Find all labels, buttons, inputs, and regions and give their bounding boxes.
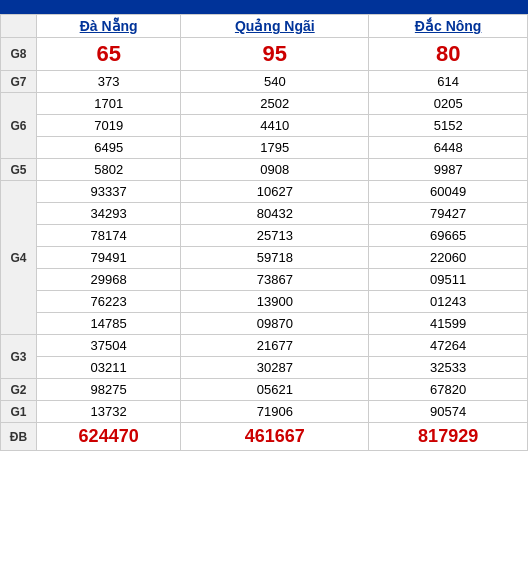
cell-value: 37504	[37, 335, 181, 357]
cell-value: 95	[181, 38, 369, 71]
cell-value: 71906	[181, 401, 369, 423]
cell-value: 7019	[37, 115, 181, 137]
table-row: ĐB624470461667817929	[1, 423, 528, 451]
cell-value: 41599	[369, 313, 528, 335]
cell-value: 90574	[369, 401, 528, 423]
table-row: 762231390001243	[1, 291, 528, 313]
cell-value: 6495	[37, 137, 181, 159]
table-row: G8659580	[1, 38, 528, 71]
cell-value: 09870	[181, 313, 369, 335]
table-row: 147850987041599	[1, 313, 528, 335]
cell-value: 09511	[369, 269, 528, 291]
table-row: G5580209089987	[1, 159, 528, 181]
cell-value: 34293	[37, 203, 181, 225]
cell-value: 80432	[181, 203, 369, 225]
cell-value: 373	[37, 71, 181, 93]
row-label: G6	[1, 93, 37, 159]
cell-value: 5802	[37, 159, 181, 181]
table-row: 794915971822060	[1, 247, 528, 269]
cell-value: 73867	[181, 269, 369, 291]
cell-value: 32533	[369, 357, 528, 379]
cell-value: 76223	[37, 291, 181, 313]
cell-value: 80	[369, 38, 528, 71]
cell-value: 0908	[181, 159, 369, 181]
lottery-table: Đà Nẵng Quảng Ngãi Đắc Nông G8659580G737…	[0, 14, 528, 451]
cell-value: 540	[181, 71, 369, 93]
table-row: 701944105152	[1, 115, 528, 137]
cell-value: 461667	[181, 423, 369, 451]
row-label: G5	[1, 159, 37, 181]
cell-value: 59718	[181, 247, 369, 269]
cell-value: 624470	[37, 423, 181, 451]
cell-value: 60049	[369, 181, 528, 203]
cell-value: 03211	[37, 357, 181, 379]
table-row: G1137327190690574	[1, 401, 528, 423]
cell-value: 78174	[37, 225, 181, 247]
table-row: 299687386709511	[1, 269, 528, 291]
cell-value: 13900	[181, 291, 369, 313]
cell-value: 79427	[369, 203, 528, 225]
row-label: G7	[1, 71, 37, 93]
col-danang: Đà Nẵng	[37, 15, 181, 38]
cell-value: 93337	[37, 181, 181, 203]
cell-value: 5152	[369, 115, 528, 137]
cell-value: 817929	[369, 423, 528, 451]
cell-value: 0205	[369, 93, 528, 115]
row-label: G8	[1, 38, 37, 71]
cell-value: 614	[369, 71, 528, 93]
table-row: 032113028732533	[1, 357, 528, 379]
table-row: G7373540614	[1, 71, 528, 93]
cell-value: 1701	[37, 93, 181, 115]
cell-value: 79491	[37, 247, 181, 269]
table-row: G4933371062760049	[1, 181, 528, 203]
cell-value: 1795	[181, 137, 369, 159]
cell-value: 67820	[369, 379, 528, 401]
cell-value: 29968	[37, 269, 181, 291]
row-label: G2	[1, 379, 37, 401]
table-row: G3375042167747264	[1, 335, 528, 357]
row-label: ĐB	[1, 423, 37, 451]
cell-value: 10627	[181, 181, 369, 203]
table-row: 649517956448	[1, 137, 528, 159]
cell-value: 30287	[181, 357, 369, 379]
cell-value: 4410	[181, 115, 369, 137]
cell-value: 2502	[181, 93, 369, 115]
col-label-header	[1, 15, 37, 38]
header	[0, 0, 528, 14]
row-label: G4	[1, 181, 37, 335]
cell-value: 21677	[181, 335, 369, 357]
cell-value: 98275	[37, 379, 181, 401]
cell-value: 65	[37, 38, 181, 71]
cell-value: 25713	[181, 225, 369, 247]
cell-value: 9987	[369, 159, 528, 181]
cell-value: 47264	[369, 335, 528, 357]
table-row: G6170125020205	[1, 93, 528, 115]
table-row: 342938043279427	[1, 203, 528, 225]
cell-value: 14785	[37, 313, 181, 335]
cell-value: 05621	[181, 379, 369, 401]
cell-value: 13732	[37, 401, 181, 423]
cell-value: 01243	[369, 291, 528, 313]
col-dacnong: Đắc Nông	[369, 15, 528, 38]
cell-value: 6448	[369, 137, 528, 159]
cell-value: 22060	[369, 247, 528, 269]
cell-value: 69665	[369, 225, 528, 247]
col-quangngai: Quảng Ngãi	[181, 15, 369, 38]
table-row: G2982750562167820	[1, 379, 528, 401]
table-row: 781742571369665	[1, 225, 528, 247]
row-label: G3	[1, 335, 37, 379]
row-label: G1	[1, 401, 37, 423]
